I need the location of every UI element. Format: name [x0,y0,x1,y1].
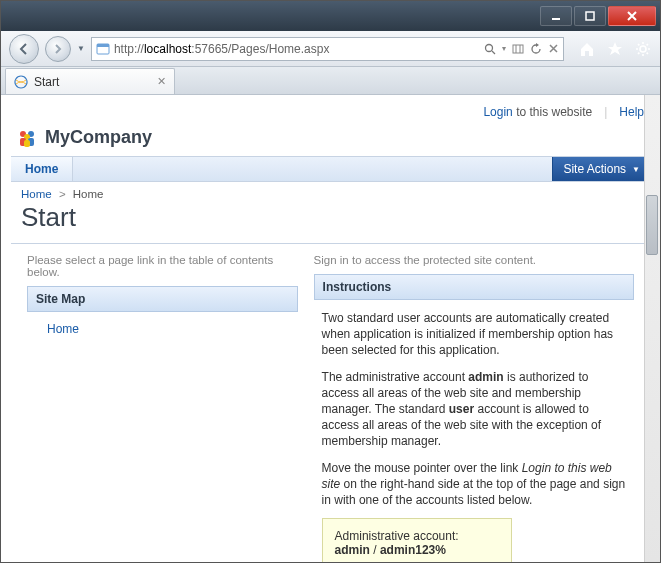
instructions-para-3: Move the mouse pointer over the link Log… [322,460,626,509]
browser-command-icons [570,40,652,58]
stop-button[interactable] [548,43,559,54]
tab-strip: Start ✕ [1,67,660,95]
brand-bar: MyCompany [11,123,650,156]
window-close-button[interactable] [608,6,656,26]
browser-toolbar: ▼ http://localhost:57665/Pages/Home.aspx… [1,31,660,67]
instructions-panel-header: Instructions [314,274,634,300]
left-column: Please select a page link in the table o… [19,254,306,562]
instructions-panel-body: Two standard user accounts are automatic… [314,300,634,562]
search-dropdown-icon[interactable] [484,43,496,55]
tab-close-icon[interactable]: ✕ [157,75,166,88]
sitemap-panel-body: Home [27,312,298,346]
back-button[interactable] [9,34,39,64]
content-columns: Please select a page link in the table o… [11,244,650,562]
menu-home[interactable]: Home [11,157,73,181]
url-text: http://localhost:57665/Pages/Home.aspx [114,42,480,56]
breadcrumb-root[interactable]: Home [21,188,52,200]
refresh-button[interactable] [530,43,542,55]
svg-rect-5 [513,45,523,53]
right-column: Sign in to access the protected site con… [306,254,642,562]
divider: | [604,105,607,119]
home-icon[interactable] [578,40,596,58]
address-tools: ▾ [484,43,559,55]
history-dropdown-icon[interactable]: ▼ [77,44,85,53]
right-desc: Sign in to access the protected site con… [314,254,634,266]
tab-favicon-icon [14,75,28,89]
svg-rect-3 [97,44,109,47]
svg-rect-1 [586,12,594,20]
company-logo-icon [17,128,37,148]
page-title: Start [11,202,650,244]
instructions-para-2: The administrative account admin is auth… [322,369,626,450]
cred-admin-user: admin [335,543,370,557]
svg-rect-0 [552,18,560,20]
scrollbar-thumb[interactable] [646,195,658,255]
page-content: Login to this website | Help MyCompany H… [1,95,660,562]
svg-point-6 [640,46,646,52]
instructions-para-1: Two standard user accounts are automatic… [322,310,626,359]
chevron-down-icon: ▼ [632,165,640,174]
cred-admin-label: Administrative account: [335,529,499,543]
svg-rect-12 [24,140,30,147]
address-bar[interactable]: http://localhost:57665/Pages/Home.aspx ▾ [91,37,564,61]
scrollbar-track[interactable] [644,95,660,562]
favorites-icon[interactable] [606,40,624,58]
left-desc: Please select a page link in the table o… [27,254,298,278]
sitemap-panel-header: Site Map [27,286,298,312]
main-menu: Home Site Actions ▼ [11,156,650,182]
forward-button[interactable] [45,36,71,62]
breadcrumb: Home > Home [11,182,650,202]
credentials-box: Administrative account: admin / admin123… [322,518,512,562]
site-actions-label: Site Actions [563,162,626,176]
breadcrumb-sep: > [59,188,66,200]
browser-tab[interactable]: Start ✕ [5,68,175,94]
top-link-bar: Login to this website | Help [11,101,650,123]
browser-window: ▼ http://localhost:57665/Pages/Home.aspx… [0,0,661,563]
cred-admin: Administrative account: admin / admin123… [335,529,499,557]
tools-gear-icon[interactable] [634,40,652,58]
compat-view-icon[interactable] [512,43,524,55]
login-link[interactable]: Login to this website [483,105,592,119]
breadcrumb-current: Home [73,188,104,200]
cred-admin-pass: admin123% [380,543,446,557]
sitemap-link-home[interactable]: Home [47,322,79,336]
window-minimize-button[interactable] [540,6,572,26]
help-link[interactable]: Help [619,105,644,119]
page-favicon-icon [96,42,110,56]
site-actions-button[interactable]: Site Actions ▼ [552,157,650,181]
company-name: MyCompany [45,127,152,148]
svg-point-4 [486,44,493,51]
tab-title: Start [34,75,59,89]
window-titlebar [1,1,660,31]
search-split-icon[interactable]: ▾ [502,44,506,53]
window-maximize-button[interactable] [574,6,606,26]
